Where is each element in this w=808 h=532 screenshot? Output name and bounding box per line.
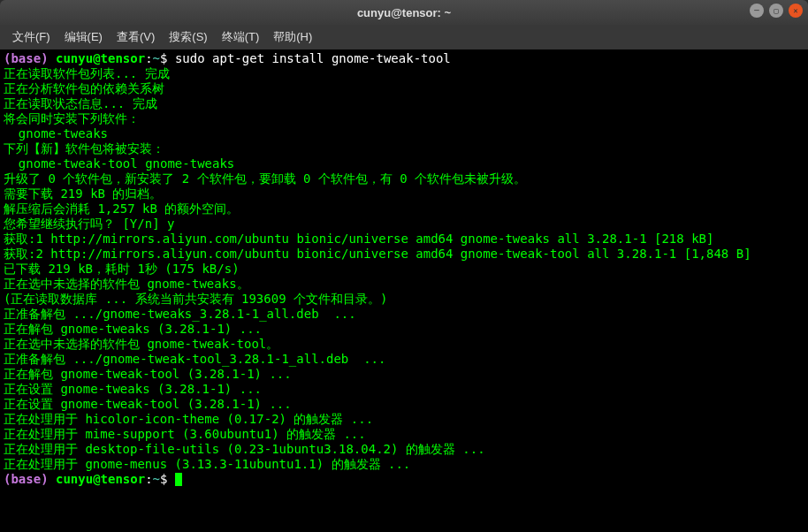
output-line: (正在读取数据库 ... 系统当前共安装有 193609 个文件和目录。): [4, 292, 804, 307]
maximize-icon[interactable]: ▢: [769, 4, 783, 18]
output-line: 正在解包 gnome-tweak-tool (3.28.1-1) ...: [4, 367, 804, 382]
output-line: 正在设置 gnome-tweak-tool (3.28.1-1) ...: [4, 397, 804, 412]
menu-terminal[interactable]: 终端(T): [217, 26, 265, 49]
output-line: 升级了 0 个软件包，新安装了 2 个软件包，要卸载 0 个软件包，有 0 个软…: [4, 171, 804, 186]
output-line: 需要下载 219 kB 的归档。: [4, 186, 804, 201]
output-line: 正在读取状态信息... 完成: [4, 96, 804, 111]
env-label: (base): [4, 51, 49, 65]
output-line: 正在设置 gnome-tweaks (3.28.1-1) ...: [4, 382, 804, 397]
menu-search[interactable]: 搜索(S): [164, 26, 212, 49]
output-line: gnome-tweaks: [4, 126, 804, 141]
sep: :: [145, 51, 152, 65]
prompt-line-1: (base) cunyu@tensor:~$ sudo apt-get inst…: [4, 51, 804, 66]
window-title: cunyu@tensor: ~: [357, 6, 451, 19]
output-line: 正在处理用于 gnome-menus (3.13.3-11ubuntu1.1) …: [4, 457, 804, 472]
sep: :: [145, 472, 152, 486]
dollar: $: [160, 472, 167, 486]
menu-view[interactable]: 查看(V): [111, 26, 160, 49]
title-bar: cunyu@tensor: ~ ─ ▢ ✕: [0, 0, 808, 25]
minimize-icon[interactable]: ─: [750, 4, 764, 18]
output-line: 获取:1 http://mirrors.aliyun.com/ubuntu bi…: [4, 232, 804, 247]
output-line: 正在处理用于 hicolor-icon-theme (0.17-2) 的触发器 …: [4, 412, 804, 427]
close-icon[interactable]: ✕: [789, 4, 803, 18]
env-label: (base): [4, 472, 49, 486]
path: ~: [153, 472, 160, 486]
output-line: 获取:2 http://mirrors.aliyun.com/ubuntu bi…: [4, 247, 804, 262]
cursor-icon: [175, 473, 182, 486]
userhost: cunyu@tensor: [56, 472, 145, 486]
output-line: 正在分析软件包的依赖关系树: [4, 81, 804, 96]
output-line: 下列【新】软件包将被安装：: [4, 141, 804, 156]
menu-help[interactable]: 帮助(H): [268, 26, 317, 49]
menu-file[interactable]: 文件(F): [7, 26, 56, 49]
output-line: 解压缩后会消耗 1,257 kB 的额外空间。: [4, 201, 804, 217]
userhost: cunyu@tensor: [56, 51, 145, 65]
menu-bar: 文件(F) 编辑(E) 查看(V) 搜索(S) 终端(T) 帮助(H): [0, 25, 808, 49]
output-line: 您希望继续执行吗？ [Y/n] y: [4, 217, 804, 232]
output-line: 将会同时安装下列软件：: [4, 111, 804, 126]
window-controls: ─ ▢ ✕: [750, 4, 803, 18]
output-line: 正在处理用于 desktop-file-utils (0.23-1ubuntu3…: [4, 442, 804, 457]
menu-edit[interactable]: 编辑(E): [59, 26, 108, 49]
output-line: 正在读取软件包列表... 完成: [4, 66, 804, 81]
path: ~: [153, 51, 160, 65]
command-text: sudo apt-get install gnome-tweak-tool: [167, 51, 450, 65]
prompt-line-2: (base) cunyu@tensor:~$: [4, 472, 804, 487]
terminal-area[interactable]: (base) cunyu@tensor:~$ sudo apt-get inst…: [0, 49, 808, 532]
output-line: gnome-tweak-tool gnome-tweaks: [4, 156, 804, 171]
output-line: 正在选中未选择的软件包 gnome-tweaks。: [4, 277, 804, 292]
output-line: 正准备解包 .../gnome-tweak-tool_3.28.1-1_all.…: [4, 352, 804, 367]
output-line: 正准备解包 .../gnome-tweaks_3.28.1-1_all.deb …: [4, 307, 804, 322]
output-line: 正在选中未选择的软件包 gnome-tweak-tool。: [4, 337, 804, 352]
output-line: 正在解包 gnome-tweaks (3.28.1-1) ...: [4, 322, 804, 337]
output-line: 已下载 219 kB，耗时 1秒 (175 kB/s): [4, 262, 804, 277]
output-line: 正在处理用于 mime-support (3.60ubuntu1) 的触发器 .…: [4, 427, 804, 442]
